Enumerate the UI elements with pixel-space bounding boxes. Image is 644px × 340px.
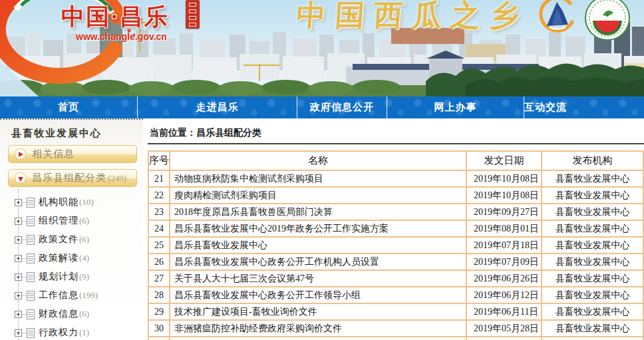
nav-item-label: 网上办事 [434, 101, 477, 114]
tree-item-label: 组织管理 [39, 215, 79, 227]
site-title[interactable]: 中国·昌乐 [61, 1, 169, 33]
publish-date: 2019年10月08日 [466, 170, 542, 187]
nav-item[interactable]: 政府信息公开 [297, 96, 387, 118]
document-title-link[interactable]: 关于县人大十七届三次会议第47号 [170, 270, 466, 287]
row-number: 27 [148, 270, 170, 287]
publish-date: 2019年06月12日 [466, 287, 542, 303]
tree-item[interactable]: 政策文件 (6) [0, 230, 143, 249]
nav-item[interactable]: 网上办事 [387, 96, 524, 118]
tree-connector [22, 314, 27, 315]
document-title-link[interactable]: 昌乐县畜牧业发展中心政务公开工作机构人员设置 [170, 254, 466, 270]
column-header-org: 发布机构 [542, 151, 643, 170]
publish-org: 县畜牧业发展中心 [542, 170, 643, 187]
red-seal-icon [186, 0, 200, 29]
expand-plus-icon[interactable] [15, 273, 22, 281]
document-title-link[interactable]: 2018年度原昌乐县畜牧兽医局部门决算 [170, 204, 466, 220]
publish-date: 2019年09月27日 [466, 204, 542, 220]
page: 中国·昌乐 www.changle.gov.cn 中国西瓜之乡 首页 [0, 0, 644, 340]
tree-item[interactable]: 财政信息 (6) [0, 305, 143, 323]
publish-org: 县畜牧业发展中心 [542, 220, 643, 237]
column-header-name: 名称 [170, 151, 466, 170]
tree-item-count: (4) [79, 253, 89, 263]
tree-connector [22, 240, 27, 240]
tree-item-label: 政策文件 [39, 234, 79, 246]
tree-item-count: (6) [79, 309, 89, 319]
play-icon [15, 148, 26, 160]
tree-item-label: 行政权力 [39, 327, 79, 339]
site-url-link[interactable]: www.changle.gov.cn [76, 31, 169, 42]
table-row: 23 2018年度原昌乐县畜牧兽医局部门决算 2019年09月27日 县畜牧业发… [148, 204, 643, 220]
document-title-link[interactable]: 昌乐县畜牧业发展中心政务公开工作领导小组 [170, 287, 466, 303]
document-title-link[interactable]: 技术推广建设项目-畜牧业询价文件 [170, 303, 466, 320]
nav-item[interactable]: 走进昌乐 [138, 96, 297, 118]
expand-plus-icon[interactable] [15, 218, 22, 225]
tree-connector [22, 258, 27, 259]
publish-date: 2019年07月18日 [466, 237, 542, 254]
document-icon [27, 272, 35, 282]
sidebar-category-button[interactable]: 昌乐县组配分类 (249) [8, 169, 137, 187]
table-row: 21 动物疫病秋防集中检测试剂采购项目 2019年10月08日 县畜牧业发展中心 [148, 170, 643, 187]
nav-item[interactable]: 首页 [0, 96, 138, 118]
watermelon-slogan: 中国西瓜之乡 [295, 0, 530, 35]
sidebar-button-label: 昌乐县组配分类 [32, 172, 106, 184]
tree-connector [22, 295, 27, 296]
tree-connector [22, 333, 27, 333]
tree-item[interactable]: 工作信息 (199) [0, 286, 143, 305]
document-title-link[interactable]: 昌乐县畜牧业发展中心2019年政务公开工作实施方案 [170, 220, 466, 237]
document-title-link[interactable]: 动物疫病秋防集中检测试剂采购项目 [170, 170, 466, 187]
header-banner: 中国·昌乐 www.changle.gov.cn 中国西瓜之乡 [0, 0, 644, 96]
publish-org: 县畜牧业发展中心 [542, 287, 643, 303]
breadcrumb: 当前位置：昌乐县组配分类 [148, 125, 644, 144]
tree-item[interactable]: 行政权力 (1) [0, 323, 143, 340]
publish-date: 2019年08月01日 [466, 220, 542, 237]
column-header-no: 序号 [148, 151, 170, 170]
document-title-link[interactable]: 2019年昌乐县畜牧业发展中心部门预算 [170, 337, 466, 340]
tree-item[interactable]: 规划计划 (9) [0, 267, 143, 286]
watermelon-emblem-icon [583, 0, 632, 45]
main-panel: 当前位置：昌乐县组配分类 序号 名称 发文日期 发布机构 [143, 118, 644, 340]
tree-item[interactable]: 机构职能 (10) [0, 193, 143, 212]
row-number: 30 [148, 320, 170, 337]
mountain-emblem-icon [538, 0, 576, 38]
tree-item-count: (10) [79, 197, 94, 208]
document-icon [27, 235, 35, 245]
sidebar-related-info-button[interactable]: 相关信息 [8, 145, 137, 163]
expand-plus-icon[interactable] [15, 255, 22, 262]
document-icon [27, 198, 35, 208]
nav-item-label: 互动交流 [524, 101, 567, 114]
row-number: 28 [148, 287, 170, 303]
nav-item[interactable]: 互动交流 [524, 96, 567, 118]
table-row: 28 昌乐县畜牧业发展中心政务公开工作领导小组 2019年06月12日 县畜牧业… [148, 287, 643, 303]
document-icon [27, 216, 35, 226]
tree-item[interactable]: 组织管理 (6) [0, 212, 143, 230]
tree-item-label: 政策解读 [39, 252, 79, 264]
publish-org: 县畜牧业发展中心 [542, 270, 643, 287]
table-header-row: 序号 名称 发文日期 发布机构 [148, 151, 643, 170]
expand-plus-icon[interactable] [15, 236, 22, 244]
document-title-link[interactable]: 瘦肉精检测试剂采购项目 [170, 187, 466, 204]
publish-org: 县畜牧业发展中心 [542, 254, 643, 270]
document-icon [27, 309, 35, 319]
tree-item-count: (6) [79, 234, 89, 245]
sidebar: 县畜牧业发展中心 相关信息 昌乐县组配分类 (249) 机构职能 [0, 118, 143, 340]
tree-item-count: (199) [79, 290, 98, 301]
expand-plus-icon[interactable] [15, 199, 22, 206]
document-icon [27, 291, 35, 301]
expand-plus-icon[interactable] [15, 292, 22, 299]
row-number: 23 [148, 204, 170, 220]
row-number: 26 [148, 254, 170, 270]
documents-table: 序号 名称 发文日期 发布机构 21 动物疫病秋防集中检测试剂采购项目 2019… [148, 150, 644, 340]
nav-item-label: 政府信息公开 [310, 101, 374, 114]
document-title-link[interactable]: 非洲猪瘟防控补助经费政府采购询价文件 [170, 320, 466, 337]
expand-plus-icon[interactable] [15, 311, 22, 318]
sidebar-button-label: 相关信息 [32, 148, 75, 160]
sidebar-button-count: (249) [108, 173, 126, 184]
table-row: 30 非洲猪瘟防控补助经费政府采购询价文件 2019年05月28日 县畜牧业发展… [148, 320, 643, 337]
expand-plus-icon[interactable] [15, 329, 22, 337]
publish-org: 县畜牧业发展中心 [542, 187, 643, 204]
tree-item-count: (1) [79, 327, 89, 338]
table-row: 31 2019年昌乐县畜牧业发展中心部门预算 2019年05月07日 县畜牧业发… [148, 337, 643, 340]
document-title-link[interactable]: 昌乐县畜牧业发展中心 [170, 237, 466, 254]
tree-item-count: (9) [79, 271, 89, 282]
tree-item[interactable]: 政策解读 (4) [0, 249, 143, 267]
